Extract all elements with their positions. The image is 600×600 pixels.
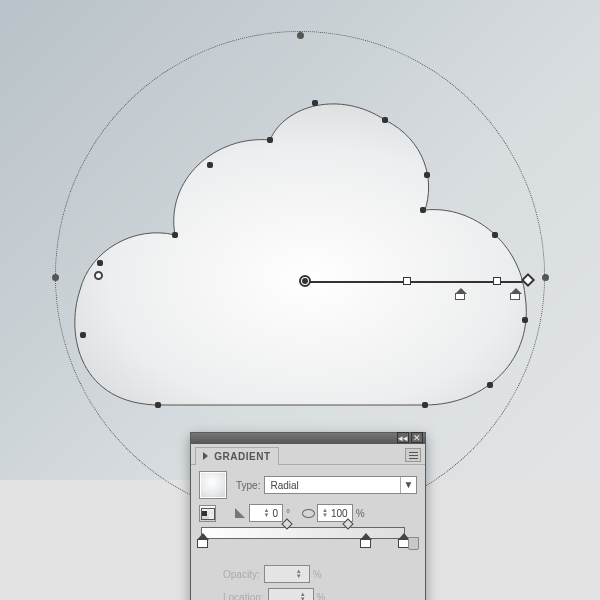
canvas-background: ◂◂ ✕ GRADIENT Type: Radial ▼ [0,0,600,600]
selection-target-icon[interactable] [94,271,103,280]
location-suffix: % [317,592,326,601]
gradient-stop[interactable] [197,539,208,548]
gradient-panel[interactable]: ◂◂ ✕ GRADIENT Type: Radial ▼ [190,432,426,600]
cloud-shape [65,85,535,415]
gradient-midpoint-handle[interactable] [403,277,411,285]
anchor-point[interactable] [312,100,318,106]
gradient-origin-handle[interactable] [299,275,311,287]
anchor-point[interactable] [492,232,498,238]
gradient-stop[interactable] [360,539,371,548]
stepper-icon[interactable]: ▲▼ [322,508,328,518]
anchor-point[interactable] [97,260,103,266]
stepper-icon: ▲▼ [296,569,302,579]
aspect-icon [300,505,317,522]
opacity-field: ▲▼ [264,565,310,583]
angle-suffix: ° [286,508,290,519]
anchor-point[interactable] [382,117,388,123]
selection-handle-w[interactable] [52,274,59,281]
angle-icon [232,505,249,522]
anchor-point[interactable] [422,402,428,408]
gradient-type-value: Radial [265,480,400,491]
location-field: ▲▼ [268,588,314,600]
chevron-down-icon: ▼ [400,477,416,493]
anchor-point[interactable] [80,332,86,338]
stepper-icon[interactable]: ▲▼ [263,508,269,518]
aspect-value: 100 [331,508,348,519]
aspect-suffix: % [356,508,365,519]
anchor-point[interactable] [420,207,426,213]
gradient-midpoint-handle[interactable] [493,277,501,285]
angle-field[interactable]: ▲▼ 0 [249,504,283,522]
anchor-point[interactable] [424,172,430,178]
gradient-ramp-track[interactable] [201,527,405,539]
anchor-point[interactable] [207,162,213,168]
panel-tab-label: GRADIENT [214,451,270,462]
anchor-point[interactable] [522,317,528,323]
selection-handle-n[interactable] [297,32,304,39]
anchor-point[interactable] [487,382,493,388]
gradient-ramp[interactable] [201,527,405,559]
delete-stop-icon[interactable] [408,537,419,550]
location-label: Location: [223,592,264,601]
anchor-point[interactable] [172,232,178,238]
tab-expand-icon [203,452,208,460]
opacity-label: Opacity: [223,569,260,580]
panel-title-bar[interactable]: ◂◂ ✕ [191,433,425,444]
panel-tab-gradient[interactable]: GRADIENT [195,447,279,465]
anchor-point[interactable] [155,402,161,408]
stepper-icon: ▲▼ [300,592,306,600]
gradient-swatch[interactable] [199,471,227,499]
opacity-suffix: % [313,569,322,580]
type-label: Type: [236,480,260,491]
angle-value: 0 [272,508,278,519]
panel-close-icon[interactable]: ✕ [411,432,423,443]
gradient-type-select[interactable]: Radial ▼ [264,476,417,494]
selection-handle-e[interactable] [542,274,549,281]
anchor-point[interactable] [267,137,273,143]
panel-collapse-icon[interactable]: ◂◂ [397,432,409,443]
gradient-annotator[interactable] [305,274,527,290]
panel-menu-icon[interactable] [405,448,421,462]
reverse-gradient-button[interactable] [199,505,216,522]
gradient-stop-handle[interactable] [455,293,465,300]
cloud-artwork[interactable] [65,85,535,415]
gradient-stop-handle[interactable] [510,293,520,300]
